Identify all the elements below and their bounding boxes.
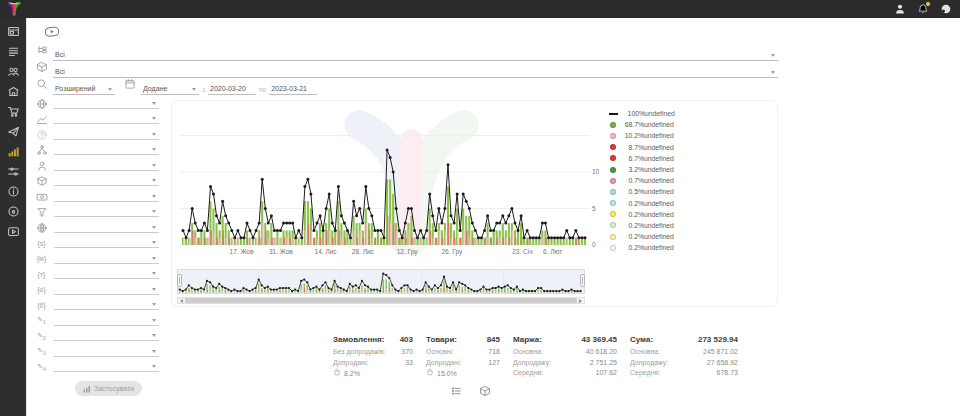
legend-item[interactable]: 0.2%undefined (610, 220, 775, 231)
avatar-icon[interactable] (940, 3, 952, 15)
chevron-down-icon (152, 365, 156, 368)
chart-card: 0510 17. Жов31. Жов14. Лис28. Лис12. Гру… (171, 100, 778, 307)
sidebar-item-cart[interactable] (0, 101, 26, 121)
braces-icon: {т} (35, 271, 48, 278)
filter-row (27, 143, 167, 159)
legend-item[interactable]: 0.7%undefined (610, 175, 775, 186)
filter-row (27, 220, 167, 236)
filter-select[interactable] (54, 176, 159, 186)
navigator-scrollbar[interactable]: ∙∙∙ (177, 297, 585, 304)
pencil-icon: ✎2 (35, 332, 48, 341)
bag-icon (333, 368, 341, 380)
filter-select[interactable] (54, 145, 159, 155)
legend-item[interactable]: 6.7%undefined (610, 153, 775, 164)
user-icon[interactable] (894, 3, 906, 15)
filter-select[interactable] (54, 161, 159, 171)
filter-select[interactable] (54, 300, 159, 310)
sidebar-item-store[interactable] (0, 81, 26, 101)
apply-button[interactable]: Застосувати (75, 381, 142, 396)
filter-select[interactable] (54, 114, 159, 124)
legend-dot-swatch (610, 189, 616, 195)
sidebar-item-users[interactable] (0, 61, 26, 81)
legend-item[interactable]: 0.5%undefined (610, 186, 775, 197)
main-sidebar (0, 18, 26, 416)
sidebar-item-dashboard[interactable] (0, 21, 26, 41)
stat-sub-row: Основна:245 871.02 (630, 347, 738, 358)
filter-row (27, 112, 167, 128)
view-toggle-bar (450, 383, 491, 395)
sidebar-item-info[interactable] (0, 181, 26, 201)
banknote-icon (35, 191, 48, 203)
pencil-icon: ✎4 (35, 363, 48, 372)
products-select-value: Всі (55, 68, 65, 75)
legend-item[interactable]: 68.7%undefined (610, 119, 775, 130)
tree-icon (36, 42, 48, 60)
chevron-down-icon (152, 179, 156, 182)
navigator-left-handle[interactable] (177, 274, 182, 287)
chevron-down-icon (152, 334, 156, 337)
date-to-input[interactable]: 2023-03-21 (269, 84, 317, 95)
legend-item[interactable]: 0.2%undefined (610, 242, 775, 253)
package-icon (36, 59, 48, 77)
app: Всі Всі Розширений Додане з (0, 0, 960, 416)
funnel-icon (35, 206, 48, 218)
notification-badge (925, 1, 931, 7)
legend-dot-swatch (610, 178, 616, 184)
chevron-down-icon (152, 303, 156, 306)
search-icon (36, 76, 48, 94)
legend-item[interactable]: 0.2%undefined (610, 198, 775, 209)
filter-select[interactable] (54, 192, 159, 202)
sidebar-item-orders-list[interactable] (0, 41, 26, 61)
bell-icon[interactable] (917, 3, 929, 15)
legend-item[interactable]: 100%undefined (610, 108, 775, 119)
app-logo[interactable] (6, 1, 22, 17)
chevron-down-icon (152, 102, 156, 105)
sidebar-item-analytics[interactable] (0, 141, 26, 161)
filter-select[interactable] (54, 99, 159, 109)
legend-item[interactable]: 8.7%undefined (610, 142, 775, 153)
video-hint-icon[interactable] (44, 24, 60, 37)
stat-sub-row: 8.2% (333, 368, 413, 380)
search-mode-select[interactable]: Розширений (53, 84, 115, 95)
filter-row: {т} (27, 267, 167, 283)
legend-item[interactable]: 0.2%undefined (610, 209, 775, 220)
scroll-right-icon[interactable] (579, 299, 582, 303)
chart-navigator[interactable] (177, 269, 585, 295)
date-field-select[interactable]: Додане (141, 84, 199, 95)
legend-item[interactable]: 10.2%undefined (610, 130, 775, 141)
filter-select[interactable] (54, 238, 159, 248)
filter-select[interactable] (54, 254, 159, 264)
stat-title-row: Товари:845 (426, 335, 500, 344)
braces-icon: {s} (35, 240, 48, 247)
filter-row: ✎2 (27, 329, 167, 345)
legend-item[interactable]: 3.2%undefined (610, 164, 775, 175)
chevron-down-icon (771, 71, 775, 74)
sidebar-item-tune[interactable] (0, 161, 26, 181)
sidebar-item-loyalty[interactable] (0, 201, 26, 221)
list-view-icon[interactable] (450, 383, 462, 395)
navigator-right-handle[interactable] (580, 274, 585, 287)
cube-icon (35, 175, 48, 187)
filter-select[interactable] (54, 223, 159, 233)
sidebar-item-send[interactable] (0, 121, 26, 141)
date-from-input[interactable]: 2020-03-20 (208, 84, 256, 95)
filter-select[interactable] (54, 130, 159, 140)
filter-select[interactable] (54, 316, 159, 326)
filter-select[interactable] (54, 269, 159, 279)
trend-icon (35, 113, 48, 125)
filter-select[interactable] (54, 285, 159, 295)
filter-select[interactable] (54, 331, 159, 341)
x-axis-tick: 28. Лис (341, 248, 385, 255)
filter-select[interactable] (54, 362, 159, 372)
legend-item[interactable]: 0.2%undefined (610, 231, 775, 242)
package-view-icon[interactable] (479, 383, 491, 395)
filter-select[interactable] (54, 207, 159, 217)
filter-select[interactable] (54, 347, 159, 357)
pencil-icon: ✎3 (35, 347, 48, 356)
legend-dot-swatch (610, 234, 616, 240)
legend-dot-swatch (610, 245, 616, 251)
scrollbar-thumb[interactable]: ∙∙∙ (185, 298, 577, 303)
globe2-icon (35, 222, 48, 234)
sidebar-item-video[interactable] (0, 221, 26, 241)
scroll-left-icon[interactable] (180, 299, 183, 303)
